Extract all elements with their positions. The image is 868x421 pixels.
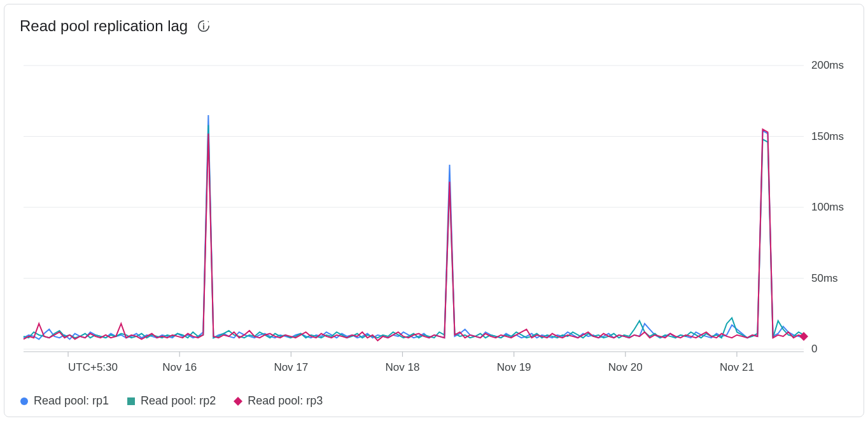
- info-refresh-icon[interactable]: [197, 19, 211, 33]
- chart-header: Read pool replication lag: [4, 4, 864, 40]
- plot-area: 050ms100ms150ms200msUTC+5:30Nov 16Nov 17…: [20, 49, 848, 377]
- diamond-marker-icon: [234, 397, 242, 406]
- chart-title: Read pool replication lag: [20, 17, 188, 35]
- svg-text:Nov 16: Nov 16: [162, 361, 197, 373]
- legend: Read pool: rp1 Read pool: rp2 Read pool:…: [20, 394, 323, 408]
- legend-label: Read pool: rp2: [141, 394, 216, 408]
- svg-text:Nov 19: Nov 19: [497, 361, 531, 373]
- svg-point-0: [203, 24, 204, 25]
- svg-rect-29: [127, 397, 135, 405]
- circle-marker-icon: [20, 397, 29, 406]
- legend-item-rp3[interactable]: Read pool: rp3: [234, 394, 323, 408]
- legend-item-rp1[interactable]: Read pool: rp1: [20, 394, 109, 408]
- legend-label: Read pool: rp3: [248, 394, 323, 408]
- legend-item-rp2[interactable]: Read pool: rp2: [127, 394, 216, 408]
- square-marker-icon: [127, 397, 136, 406]
- svg-marker-30: [234, 397, 242, 406]
- legend-label: Read pool: rp1: [34, 394, 109, 408]
- svg-point-28: [20, 397, 28, 405]
- svg-text:50ms: 50ms: [811, 272, 838, 284]
- svg-text:UTC+5:30: UTC+5:30: [68, 361, 118, 373]
- svg-text:150ms: 150ms: [811, 130, 844, 142]
- svg-text:Nov 20: Nov 20: [608, 361, 643, 373]
- svg-text:Nov 18: Nov 18: [386, 361, 420, 373]
- svg-text:100ms: 100ms: [811, 201, 844, 213]
- svg-text:0: 0: [811, 343, 817, 355]
- svg-text:Nov 21: Nov 21: [720, 361, 754, 373]
- svg-text:Nov 17: Nov 17: [274, 361, 308, 373]
- chart-svg[interactable]: 050ms100ms150ms200msUTC+5:30Nov 16Nov 17…: [20, 49, 850, 378]
- chart-card: Read pool replication lag 050ms100ms150m…: [4, 4, 864, 417]
- svg-text:200ms: 200ms: [811, 59, 844, 71]
